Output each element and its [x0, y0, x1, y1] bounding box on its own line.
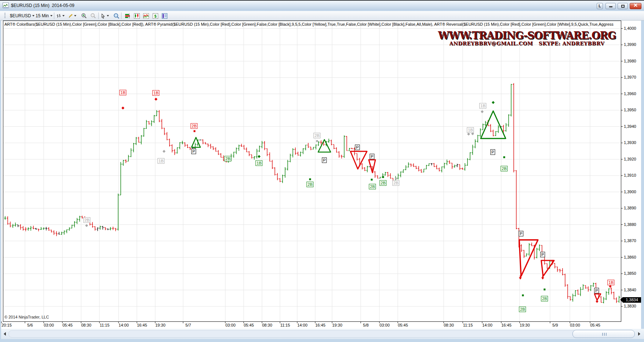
marker-square-icon — [309, 179, 311, 180]
marker-square-icon — [316, 140, 318, 142]
bars-neutral — [17, 126, 502, 235]
marker-square-icon — [503, 156, 505, 158]
marker-diamond-icon — [471, 132, 474, 135]
scrollbar-grip-icon — [602, 333, 603, 336]
watermark-contact: ANDREYBBRV@GMAIL.COM SKYPE: ANDREYBBRV — [438, 41, 616, 46]
chart-canvas[interactable] — [0, 1, 644, 342]
reversal-triangle-icon — [192, 137, 200, 147]
marker-diamond-icon — [121, 107, 124, 109]
indicator-parameters-text: ART® ColorBars($EURUSD (15 Min),Color [G… — [4, 22, 619, 27]
arrow-down-icon — [609, 284, 612, 288]
marker-diamond-icon — [467, 133, 470, 136]
reversal-triangle-icon — [350, 151, 367, 169]
last-price-tag: 1,3834 — [623, 297, 641, 303]
marker-diamond-icon — [154, 98, 157, 101]
marker-diamond-icon — [163, 150, 165, 153]
reversal-triangle-icon — [519, 240, 538, 276]
bars-down — [7, 83, 617, 303]
marker-square-icon — [194, 130, 196, 132]
marker-diamond-icon — [481, 110, 484, 113]
scrollbar-track[interactable] — [8, 330, 634, 338]
scroll-left-icon[interactable] — [4, 332, 6, 336]
watermark: WWW.TRADING-SOFTWARE.ORG ANDREYBBRV@GMAI… — [438, 30, 616, 46]
gridlines — [1, 21, 621, 321]
price-bars — [4, 83, 620, 303]
bars-up — [4, 84, 620, 303]
marker-square-icon — [371, 179, 373, 181]
copyright-text: © 2014 NinjaTrader, LLC — [4, 315, 49, 319]
watermark-site: WWW.TRADING-SOFTWARE.ORG — [438, 30, 616, 41]
horizontal-scrollbar[interactable] — [1, 329, 644, 339]
scrollbar-thumb[interactable] — [572, 330, 635, 338]
scroll-right-icon[interactable] — [638, 332, 640, 336]
marker-diamond-icon — [492, 101, 495, 104]
arrow-down-icon — [596, 299, 598, 303]
signal-markers — [85, 98, 612, 303]
axis-ticks — [1, 29, 623, 324]
marker-diamond-icon — [258, 155, 261, 158]
marker-square-icon — [522, 295, 524, 296]
marker-square-icon — [382, 176, 384, 178]
reversal-triangle-icon — [369, 160, 375, 173]
reversal-triangle-icon — [594, 294, 601, 300]
marker-square-icon — [544, 289, 546, 291]
marker-square-icon — [395, 178, 397, 180]
ninjatrader-chart-window: $EURUSD (15 Min) 2014-05-09 L $EURUSD 15… — [0, 0, 644, 342]
plot-border — [3, 21, 621, 322]
